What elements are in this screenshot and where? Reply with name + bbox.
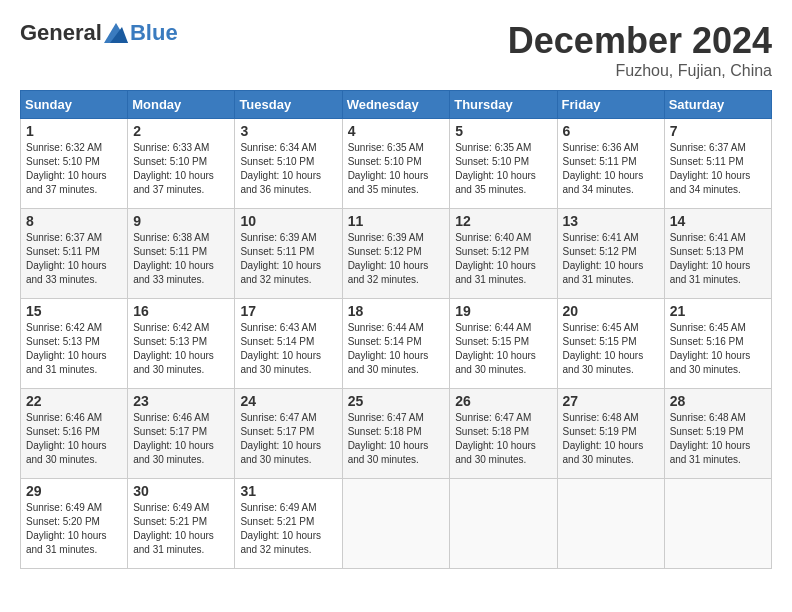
calendar-cell [342, 479, 450, 569]
weekday-tuesday: Tuesday [235, 91, 342, 119]
day-info: Sunrise: 6:39 AMSunset: 5:11 PMDaylight:… [240, 231, 336, 287]
day-info: Sunrise: 6:33 AMSunset: 5:10 PMDaylight:… [133, 141, 229, 197]
day-number: 14 [670, 213, 766, 229]
calendar-cell: 14Sunrise: 6:41 AMSunset: 5:13 PMDayligh… [664, 209, 771, 299]
week-row-4: 22Sunrise: 6:46 AMSunset: 5:16 PMDayligh… [21, 389, 772, 479]
calendar-cell: 26Sunrise: 6:47 AMSunset: 5:18 PMDayligh… [450, 389, 557, 479]
calendar-cell: 8Sunrise: 6:37 AMSunset: 5:11 PMDaylight… [21, 209, 128, 299]
logo-icon [104, 23, 128, 43]
calendar-cell [557, 479, 664, 569]
day-info: Sunrise: 6:34 AMSunset: 5:10 PMDaylight:… [240, 141, 336, 197]
calendar-cell: 13Sunrise: 6:41 AMSunset: 5:12 PMDayligh… [557, 209, 664, 299]
day-info: Sunrise: 6:44 AMSunset: 5:15 PMDaylight:… [455, 321, 551, 377]
day-info: Sunrise: 6:39 AMSunset: 5:12 PMDaylight:… [348, 231, 445, 287]
calendar-table: SundayMondayTuesdayWednesdayThursdayFrid… [20, 90, 772, 569]
day-info: Sunrise: 6:36 AMSunset: 5:11 PMDaylight:… [563, 141, 659, 197]
day-info: Sunrise: 6:38 AMSunset: 5:11 PMDaylight:… [133, 231, 229, 287]
day-info: Sunrise: 6:40 AMSunset: 5:12 PMDaylight:… [455, 231, 551, 287]
day-number: 10 [240, 213, 336, 229]
calendar-cell: 15Sunrise: 6:42 AMSunset: 5:13 PMDayligh… [21, 299, 128, 389]
day-number: 16 [133, 303, 229, 319]
day-info: Sunrise: 6:46 AMSunset: 5:16 PMDaylight:… [26, 411, 122, 467]
day-number: 4 [348, 123, 445, 139]
calendar-cell: 20Sunrise: 6:45 AMSunset: 5:15 PMDayligh… [557, 299, 664, 389]
day-info: Sunrise: 6:42 AMSunset: 5:13 PMDaylight:… [26, 321, 122, 377]
day-number: 1 [26, 123, 122, 139]
day-number: 7 [670, 123, 766, 139]
calendar-body: 1Sunrise: 6:32 AMSunset: 5:10 PMDaylight… [21, 119, 772, 569]
page-header: General Blue December 2024 Fuzhou, Fujia… [20, 20, 772, 80]
calendar-cell: 4Sunrise: 6:35 AMSunset: 5:10 PMDaylight… [342, 119, 450, 209]
logo-blue: Blue [130, 20, 178, 46]
day-number: 27 [563, 393, 659, 409]
weekday-monday: Monday [128, 91, 235, 119]
calendar-cell: 28Sunrise: 6:48 AMSunset: 5:19 PMDayligh… [664, 389, 771, 479]
week-row-3: 15Sunrise: 6:42 AMSunset: 5:13 PMDayligh… [21, 299, 772, 389]
calendar-cell: 21Sunrise: 6:45 AMSunset: 5:16 PMDayligh… [664, 299, 771, 389]
calendar-cell: 9Sunrise: 6:38 AMSunset: 5:11 PMDaylight… [128, 209, 235, 299]
calendar-cell: 7Sunrise: 6:37 AMSunset: 5:11 PMDaylight… [664, 119, 771, 209]
day-number: 13 [563, 213, 659, 229]
day-number: 29 [26, 483, 122, 499]
day-info: Sunrise: 6:45 AMSunset: 5:16 PMDaylight:… [670, 321, 766, 377]
calendar-cell: 25Sunrise: 6:47 AMSunset: 5:18 PMDayligh… [342, 389, 450, 479]
day-info: Sunrise: 6:49 AMSunset: 5:21 PMDaylight:… [240, 501, 336, 557]
day-info: Sunrise: 6:48 AMSunset: 5:19 PMDaylight:… [670, 411, 766, 467]
calendar-cell: 12Sunrise: 6:40 AMSunset: 5:12 PMDayligh… [450, 209, 557, 299]
weekday-thursday: Thursday [450, 91, 557, 119]
day-number: 5 [455, 123, 551, 139]
day-info: Sunrise: 6:47 AMSunset: 5:18 PMDaylight:… [348, 411, 445, 467]
day-info: Sunrise: 6:44 AMSunset: 5:14 PMDaylight:… [348, 321, 445, 377]
calendar-cell: 10Sunrise: 6:39 AMSunset: 5:11 PMDayligh… [235, 209, 342, 299]
day-info: Sunrise: 6:37 AMSunset: 5:11 PMDaylight:… [26, 231, 122, 287]
week-row-5: 29Sunrise: 6:49 AMSunset: 5:20 PMDayligh… [21, 479, 772, 569]
day-number: 31 [240, 483, 336, 499]
calendar-cell: 2Sunrise: 6:33 AMSunset: 5:10 PMDaylight… [128, 119, 235, 209]
day-number: 12 [455, 213, 551, 229]
day-number: 28 [670, 393, 766, 409]
day-number: 26 [455, 393, 551, 409]
title-section: December 2024 Fuzhou, Fujian, China [508, 20, 772, 80]
day-info: Sunrise: 6:46 AMSunset: 5:17 PMDaylight:… [133, 411, 229, 467]
calendar-cell: 30Sunrise: 6:49 AMSunset: 5:21 PMDayligh… [128, 479, 235, 569]
day-number: 11 [348, 213, 445, 229]
day-info: Sunrise: 6:47 AMSunset: 5:18 PMDaylight:… [455, 411, 551, 467]
day-info: Sunrise: 6:37 AMSunset: 5:11 PMDaylight:… [670, 141, 766, 197]
calendar-cell: 31Sunrise: 6:49 AMSunset: 5:21 PMDayligh… [235, 479, 342, 569]
day-info: Sunrise: 6:32 AMSunset: 5:10 PMDaylight:… [26, 141, 122, 197]
day-number: 19 [455, 303, 551, 319]
day-number: 15 [26, 303, 122, 319]
day-number: 24 [240, 393, 336, 409]
day-number: 17 [240, 303, 336, 319]
logo: General Blue [20, 20, 178, 46]
calendar-cell [450, 479, 557, 569]
calendar-cell: 19Sunrise: 6:44 AMSunset: 5:15 PMDayligh… [450, 299, 557, 389]
weekday-header-row: SundayMondayTuesdayWednesdayThursdayFrid… [21, 91, 772, 119]
logo-general: General [20, 20, 102, 46]
weekday-sunday: Sunday [21, 91, 128, 119]
location-subtitle: Fuzhou, Fujian, China [508, 62, 772, 80]
day-info: Sunrise: 6:47 AMSunset: 5:17 PMDaylight:… [240, 411, 336, 467]
week-row-1: 1Sunrise: 6:32 AMSunset: 5:10 PMDaylight… [21, 119, 772, 209]
day-number: 22 [26, 393, 122, 409]
day-number: 3 [240, 123, 336, 139]
day-number: 8 [26, 213, 122, 229]
calendar-cell: 27Sunrise: 6:48 AMSunset: 5:19 PMDayligh… [557, 389, 664, 479]
calendar-cell: 6Sunrise: 6:36 AMSunset: 5:11 PMDaylight… [557, 119, 664, 209]
calendar-cell: 23Sunrise: 6:46 AMSunset: 5:17 PMDayligh… [128, 389, 235, 479]
weekday-wednesday: Wednesday [342, 91, 450, 119]
calendar-cell: 17Sunrise: 6:43 AMSunset: 5:14 PMDayligh… [235, 299, 342, 389]
calendar-cell: 3Sunrise: 6:34 AMSunset: 5:10 PMDaylight… [235, 119, 342, 209]
calendar-cell [664, 479, 771, 569]
day-number: 18 [348, 303, 445, 319]
weekday-saturday: Saturday [664, 91, 771, 119]
day-info: Sunrise: 6:48 AMSunset: 5:19 PMDaylight:… [563, 411, 659, 467]
day-info: Sunrise: 6:45 AMSunset: 5:15 PMDaylight:… [563, 321, 659, 377]
day-info: Sunrise: 6:49 AMSunset: 5:21 PMDaylight:… [133, 501, 229, 557]
day-info: Sunrise: 6:49 AMSunset: 5:20 PMDaylight:… [26, 501, 122, 557]
day-number: 2 [133, 123, 229, 139]
week-row-2: 8Sunrise: 6:37 AMSunset: 5:11 PMDaylight… [21, 209, 772, 299]
day-info: Sunrise: 6:41 AMSunset: 5:12 PMDaylight:… [563, 231, 659, 287]
calendar-cell: 16Sunrise: 6:42 AMSunset: 5:13 PMDayligh… [128, 299, 235, 389]
calendar-cell: 24Sunrise: 6:47 AMSunset: 5:17 PMDayligh… [235, 389, 342, 479]
